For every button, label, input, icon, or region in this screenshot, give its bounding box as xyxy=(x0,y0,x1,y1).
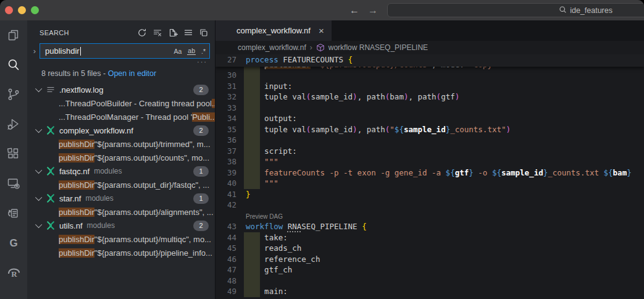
file-path: modules xyxy=(85,194,113,203)
nextflow-icon xyxy=(46,193,56,203)
code-text xyxy=(236,135,644,146)
chevron-down-icon[interactable] xyxy=(35,85,42,92)
line-number: 48 xyxy=(215,276,236,287)
activity-source-control-icon[interactable] xyxy=(6,87,21,102)
code-line-27[interactable]: 27process FEATURECOUNTS { xyxy=(215,54,644,67)
breadcrumb-file[interactable]: complex_workflow.nf xyxy=(238,43,306,52)
result-match-row[interactable]: publishDir "${params.output}/alignments"… xyxy=(27,205,215,219)
result-file-row[interactable]: .nextflow.log2 xyxy=(27,83,215,96)
codelens-preview-dag[interactable]: Preview DAG xyxy=(215,211,644,222)
result-file-row[interactable]: star.nfmodules1 xyxy=(27,192,215,205)
code-line-38[interactable]: 38 """ xyxy=(215,156,644,167)
code-line-32[interactable]: 32 tuple val(sample_id), path(bam), path… xyxy=(215,91,644,103)
file-path: modules xyxy=(94,167,122,175)
collapse-all-icon[interactable] xyxy=(199,28,209,38)
result-match-row[interactable]: publishDir "${params.output}/pipeline_in… xyxy=(27,246,215,259)
code-line-47[interactable]: 47 gtf_ch xyxy=(215,264,644,276)
file-name: star.nf xyxy=(59,194,81,203)
code-line-39[interactable]: 39 featureCounts -p -t exon -g gene_id -… xyxy=(215,167,644,179)
activity-run-debug-icon[interactable] xyxy=(6,117,21,132)
toggle-replace-chevron[interactable]: › xyxy=(30,46,40,56)
chevron-down-icon[interactable] xyxy=(35,167,42,174)
activity-gitlens-icon[interactable]: G xyxy=(6,235,21,250)
titlebar-search-box[interactable]: ide_features xyxy=(387,3,644,17)
result-file-row[interactable]: complex_workflow.nf2 xyxy=(27,124,215,137)
code-text: take: xyxy=(236,232,644,243)
result-match-row[interactable]: ...ThreadPoolManager - Thread pool 'Publ… xyxy=(27,110,215,124)
line-number: 32 xyxy=(215,91,236,103)
nextflow-icon xyxy=(46,166,56,176)
line-number: 27 xyxy=(215,54,236,67)
clear-results-icon[interactable] xyxy=(153,28,162,38)
code-text xyxy=(236,103,644,114)
match-count-badge: 2 xyxy=(193,85,209,95)
code-line-43[interactable]: 43workflow RNASEQ_PIPELINE { xyxy=(215,221,644,232)
toggle-search-details-icon[interactable]: ··· xyxy=(197,59,207,67)
code-editor[interactable]: 27process FEATURECOUNTS { publishDir "${… xyxy=(215,54,644,299)
activity-remote-explorer-icon[interactable] xyxy=(6,176,21,191)
activity-r-language-icon[interactable]: R xyxy=(6,265,21,280)
code-line-31[interactable]: 31 input: xyxy=(215,81,644,92)
code-line-46[interactable]: 46 reference_ch xyxy=(215,254,644,265)
activity-extensions-icon[interactable] xyxy=(6,146,21,161)
whole-word-toggle[interactable]: ab xyxy=(187,47,196,55)
forward-arrow-icon[interactable]: → xyxy=(368,5,378,16)
code-line-34[interactable]: 34 output: xyxy=(215,113,644,124)
activity-search-icon[interactable] xyxy=(6,57,21,72)
code-line-41[interactable]: 41} xyxy=(215,189,644,200)
file-name: utils.nf xyxy=(59,221,83,230)
chevron-down-icon[interactable] xyxy=(35,126,42,133)
tab-complex-workflow[interactable]: complex_workflow.nf × xyxy=(215,20,332,41)
symbol-namespace-icon xyxy=(316,43,325,52)
text-caret xyxy=(80,47,81,56)
code-line-45[interactable]: 45 reads_ch xyxy=(215,243,644,254)
match-case-toggle[interactable]: Aa xyxy=(173,48,182,55)
view-as-list-icon[interactable] xyxy=(183,28,193,38)
code-line-44[interactable]: 44 take: xyxy=(215,232,644,243)
result-match-row[interactable]: publishDir "${params.output_dir}/fastqc"… xyxy=(27,178,215,192)
nextflow-file-icon xyxy=(222,26,232,36)
search-input[interactable]: publishdir Aaab.* xyxy=(40,43,210,59)
line-number: 42 xyxy=(215,200,236,211)
code-line-35[interactable]: 35 tuple val(sample_id), path("${sample_… xyxy=(215,124,644,135)
close-tab-icon[interactable]: × xyxy=(319,25,324,36)
activity-task-explorer-icon[interactable] xyxy=(6,206,21,221)
result-match-row[interactable]: ...ThreadPoolBuilder - Creating thread p… xyxy=(27,96,215,110)
zoom-window-icon[interactable] xyxy=(31,6,39,14)
activity-bottom-partial-icon[interactable] xyxy=(6,295,21,299)
code-line-48[interactable]: 48 xyxy=(215,276,644,287)
svg-text:R: R xyxy=(11,269,17,279)
result-file-row[interactable]: utils.nfmodules2 xyxy=(27,219,215,232)
result-match-row[interactable]: publishDir "${params.output}/trimmed", m… xyxy=(27,137,215,151)
sticky-scroll-line[interactable]: 27process FEATURECOUNTS { xyxy=(215,54,644,67)
close-window-icon[interactable] xyxy=(5,6,13,14)
match-highlight: publishDir xyxy=(59,208,94,217)
refresh-icon[interactable] xyxy=(137,28,147,38)
open-in-editor-link[interactable]: Open in editor xyxy=(108,69,157,78)
back-arrow-icon[interactable]: ← xyxy=(349,5,359,16)
regex-toggle[interactable]: .* xyxy=(201,48,206,55)
breadcrumb-symbol[interactable]: workflow RNASEQ_PIPELINE xyxy=(328,43,428,52)
minimize-window-icon[interactable] xyxy=(18,6,26,14)
code-text: reads_ch xyxy=(236,243,644,254)
code-line-36[interactable]: 36 xyxy=(215,135,644,146)
line-number: 34 xyxy=(215,113,236,124)
code-line-49[interactable]: 49 main: xyxy=(215,286,644,297)
search-sidebar: SEARCH › publishdir Aaab.* ··· 8 results… xyxy=(27,20,215,299)
line-number: 36 xyxy=(215,135,236,146)
chevron-down-icon[interactable] xyxy=(35,194,42,201)
line-number xyxy=(215,67,236,70)
code-line-42[interactable]: 42 xyxy=(215,200,644,211)
search-icon xyxy=(559,6,567,15)
chevron-down-icon[interactable] xyxy=(35,221,42,228)
code-line-40[interactable]: 40 """ xyxy=(215,178,644,189)
result-file-row[interactable]: fastqc.nfmodules1 xyxy=(27,164,215,178)
result-match-row[interactable]: publishDir "${params.output}/multiqc", m… xyxy=(27,232,215,246)
code-line-37[interactable]: 37 script: xyxy=(215,146,644,157)
code-line-33[interactable]: 33 xyxy=(215,103,644,114)
activity-explorer-icon[interactable] xyxy=(6,28,21,43)
line-number: 30 xyxy=(215,70,236,81)
code-line-30[interactable]: 30 xyxy=(215,70,644,81)
result-match-row[interactable]: publishDir "${params.output}/counts", mo… xyxy=(27,151,215,164)
new-search-editor-icon[interactable] xyxy=(168,28,178,38)
